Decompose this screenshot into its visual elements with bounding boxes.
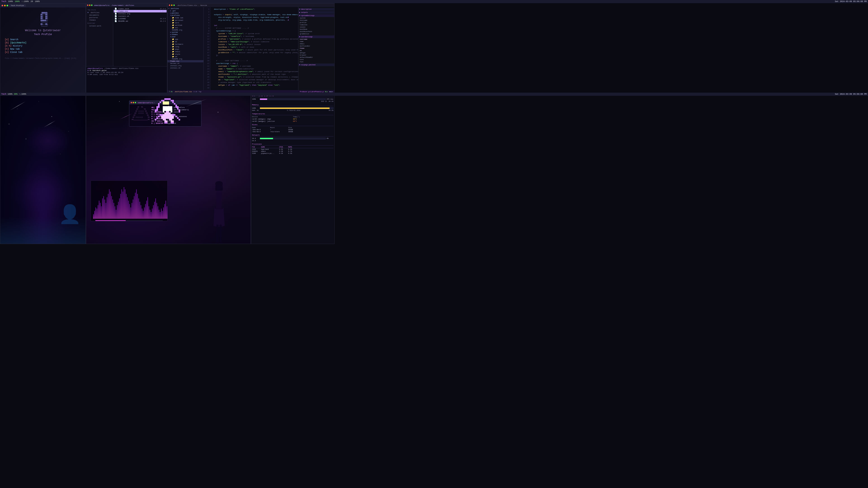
tree-hardware[interactable]: 📁 hardware: [167, 43, 204, 45]
term-dollar: $: [88, 69, 90, 71]
editor-close[interactable]: [169, 4, 170, 6]
temp-gpu-junc: card0 (amdgpu): junction: [252, 121, 292, 122]
tree-lang[interactable]: 📁 lang: [167, 45, 204, 48]
browser-tab[interactable]: Tech Profile: [9, 4, 26, 7]
fm-row-flakenix[interactable]: 📄 flake.nix 2.25 K: [114, 10, 166, 12]
temp-device-label: Device: [252, 116, 292, 118]
rpanel-profile: profile: [298, 22, 334, 24]
fm-ext-section: External: [86, 22, 113, 25]
tree-shell[interactable]: 📁 shell: [167, 51, 204, 53]
pmem-2: 0.7%: [288, 151, 297, 152]
rpanel-name: name: [298, 40, 334, 43]
nf-max[interactable]: [135, 102, 136, 103]
tree-patches[interactable]: ▶ patches: [167, 12, 204, 14]
vis-bar: [135, 193, 135, 219]
vis-bar: [116, 210, 116, 219]
tree-wsl[interactable]: 📁 wsl: [167, 26, 204, 29]
browser-title-bar: Tech Profile: [0, 3, 86, 7]
nav-closetab[interactable]: [x] Close tab: [5, 51, 81, 54]
fm-octave-item[interactable]: octave-work: [86, 25, 113, 27]
tree-user[interactable]: ▼ user: [167, 36, 204, 38]
nav-quickmarks[interactable]: [b] [Quickmarks]: [5, 41, 81, 44]
tree-git[interactable]: ▶ .git: [167, 10, 204, 12]
sysmon-disk-header: Disks: [252, 124, 333, 126]
fm-filename: flake.lock: [118, 8, 156, 10]
minimize-dot[interactable]: [4, 5, 6, 6]
tree-profiles[interactable]: ▼ profiles: [167, 14, 204, 17]
vis-bar: [93, 214, 94, 219]
fm-close[interactable]: [87, 4, 88, 6]
fm-row-installsh[interactable]: 📄 install.sh: [114, 15, 166, 18]
pixel-art-area: [155, 98, 182, 125]
proc-row-2: 550631 emacs 0.28 0.7%: [252, 151, 333, 152]
tree-personal[interactable]: 📁 personal: [167, 19, 204, 22]
pmem-3: 0.1%: [288, 153, 297, 154]
editor-max[interactable]: [174, 4, 175, 6]
close-dot[interactable]: [2, 5, 3, 6]
tree-app[interactable]: 📁 app: [167, 38, 204, 40]
fm-file-list: 📄 flake.lock 27.5 K 📄 flake.nix 2.25 K 📄…: [113, 7, 167, 23]
vis-bar: [150, 210, 150, 219]
vis-bar: [136, 189, 137, 219]
nav-newtab[interactable]: [t] New tab: [5, 48, 81, 51]
nav-search[interactable]: [o] Search: [5, 38, 81, 41]
fm-row-license[interactable]: 📄 LICENSE 34.2 K: [114, 18, 166, 20]
tree-arrow-icon: ▶: [170, 10, 171, 12]
vis-bar: [103, 196, 104, 219]
tree-de[interactable]: 📁 de: [167, 40, 204, 43]
fm-min[interactable]: [89, 4, 90, 6]
nf-min[interactable]: [133, 102, 134, 103]
tree-readme2[interactable]: README.org: [167, 58, 204, 60]
fm-row-readme[interactable]: 📄 README.md 48.2 K: [114, 20, 166, 22]
fm-pics-folder[interactable]: pictures: [86, 16, 113, 19]
term-out2: 4.8M used, 136 free 0/13 All: [88, 73, 166, 75]
fm-docs-folder[interactable]: documents: [86, 14, 113, 16]
fm-themes-folder[interactable]: themes: [86, 19, 113, 21]
tree-worklab[interactable]: 📁 worklab: [167, 24, 204, 26]
tree-hardensh[interactable]: harden.sh: [167, 62, 204, 65]
nf-close[interactable]: [131, 102, 132, 103]
sysmon-cpu-label: 100%: [252, 98, 259, 100]
temp-gpu-junc-val: 58°C: [293, 121, 333, 122]
fm-row-flakelock[interactable]: 📄 flake.lock 27.5 K: [114, 7, 166, 10]
tree-style[interactable]: 📁 style: [167, 53, 204, 55]
vis-bar: [125, 189, 125, 219]
tree-work[interactable]: 📁 work: [167, 22, 204, 24]
tree-homelab[interactable]: 📁 home lab: [167, 17, 204, 19]
vis-bar: [149, 206, 149, 219]
process-header-row: PID NAME CPU% MEM%: [252, 146, 333, 148]
tree-wm[interactable]: 📁 wm: [167, 55, 204, 58]
nav-history[interactable]: [S h] History: [5, 45, 81, 47]
tree-flakenix[interactable]: flake.nix: [167, 60, 204, 62]
sysmon-window: CPU - 1.53 1.14 0.78 100% CPU Use AVG 13…: [251, 94, 335, 244]
rpanel-browser: browser: [298, 54, 334, 56]
vis-bar: [98, 205, 98, 219]
fm-max[interactable]: [91, 4, 92, 6]
rpanel-hostname: hostname: [298, 19, 334, 22]
fm-file-area: 📄 flake.lock 27.5 K 📄 flake.nix 2.25 K 📄…: [113, 7, 167, 68]
rpanel-wmtype: wmType: [298, 52, 334, 54]
sysmon-disk-section: Disks Name Mount Size /dev/dm-0 / 504GB …: [252, 124, 333, 133]
pcpu-1: 0.35: [279, 149, 288, 150]
mem-pct: RAM: 95: [252, 109, 258, 111]
editor-code-area[interactable]: description = "Flake of LibrePhoenix"; o…: [211, 7, 298, 90]
fm-row-installorg[interactable]: 📄 install.org: [114, 12, 166, 15]
editor-window: .dotfiles/flake.nix - Neovim ▼ .dotfiles…: [167, 3, 335, 94]
tree-pkgs[interactable]: 📁 pkgs: [167, 48, 204, 51]
tree-installorg[interactable]: install.org: [167, 65, 204, 67]
vis-bar: [160, 212, 160, 219]
cpu-avg-label: AVG 13: [321, 101, 327, 102]
vis-bar: [117, 205, 118, 219]
tree-readme1[interactable]: README.org: [167, 29, 204, 31]
tree-installsh[interactable]: install.sh: [167, 67, 204, 69]
maximize-dot[interactable]: [6, 5, 8, 6]
vis-bar: [142, 208, 143, 219]
tree-system[interactable]: ▶ system: [167, 31, 204, 33]
fm-dotfiles-folder[interactable]: .dotfiles: [86, 11, 113, 14]
tree-themes[interactable]: ▶ themes: [167, 33, 204, 36]
tree-root[interactable]: ▼ .dotfiles: [167, 7, 204, 10]
editor-body: ▼ .dotfiles ▶ .git ▶ patches ▼ profiles …: [167, 7, 334, 90]
editor-min[interactable]: [171, 4, 173, 6]
character-svg: [210, 181, 228, 244]
music-progress-bar[interactable]: [95, 220, 163, 221]
